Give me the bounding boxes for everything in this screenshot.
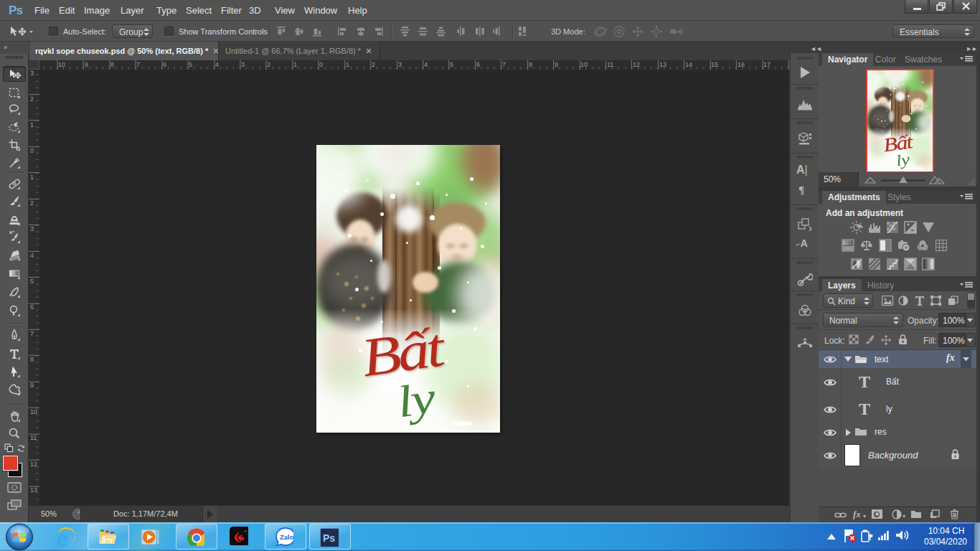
svg-text:Zalo: Zalo: [280, 533, 293, 541]
svg-text:Ps: Ps: [323, 532, 335, 544]
